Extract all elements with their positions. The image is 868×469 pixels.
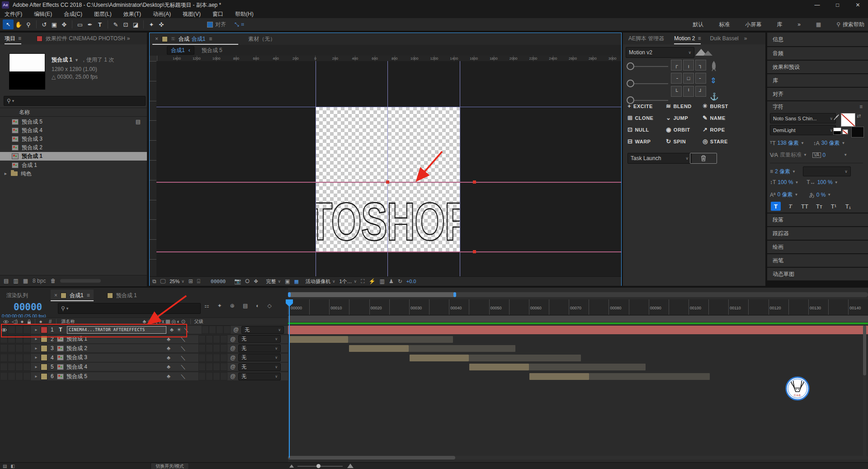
- menu-effect[interactable]: 效果(T): [123, 10, 141, 18]
- workspace-standard[interactable]: 标准: [719, 21, 730, 28]
- source-name-column-header[interactable]: 源名称: [61, 318, 75, 325]
- graph-editor-icon[interactable]: ◇: [267, 303, 271, 308]
- parent-dropdown[interactable]: 无∨: [241, 326, 284, 334]
- layer-switch-cell[interactable]: [206, 344, 213, 352]
- shape-tool-icon[interactable]: ▭: [75, 20, 85, 29]
- layer-video-cell[interactable]: [0, 326, 8, 334]
- audio-column-icon[interactable]: ◁): [12, 319, 18, 324]
- layer-switch-cell[interactable]: [206, 354, 213, 362]
- project-row-solids-folder[interactable]: ► 纯色: [0, 170, 147, 178]
- timeline-hscrollbar[interactable]: [288, 456, 868, 460]
- preview-time-field[interactable]: 00000: [211, 279, 226, 284]
- layer5-tail-bar[interactable]: [529, 364, 646, 370]
- layer-name[interactable]: 预合成 1: [66, 335, 163, 343]
- parent-pickwhip-icon[interactable]: @: [230, 355, 236, 360]
- superscript-button[interactable]: T¹: [829, 202, 839, 211]
- guide-vertical-center[interactable]: [387, 61, 388, 276]
- show-snapshot-icon[interactable]: ⭘: [245, 279, 250, 284]
- current-time-display[interactable]: 00000: [14, 302, 42, 313]
- type-tool-icon[interactable]: T: [95, 20, 105, 29]
- layer-switch-cell[interactable]: [213, 354, 220, 362]
- maximize-button[interactable]: □: [827, 0, 848, 10]
- spin-button[interactable]: ↻SPIN: [666, 138, 686, 145]
- layer-quality-switch[interactable]: ♣: [168, 327, 175, 332]
- reset-exposure-icon[interactable]: ↻: [398, 279, 402, 284]
- roi-icon[interactable]: ▣: [285, 279, 290, 284]
- layer-switch-cell[interactable]: [220, 363, 227, 371]
- all-caps-button[interactable]: TT: [800, 202, 810, 211]
- stroke-style-dropdown[interactable]: ∨: [803, 166, 851, 176]
- tab-timeline-comp1[interactable]: × 合成1 ≡: [51, 289, 94, 301]
- layer-motion-blur-switch[interactable]: ＼: [179, 336, 187, 342]
- ruler-corner-box[interactable]: [150, 56, 156, 61]
- viewer-canvas[interactable]: TOSHOP IL: [156, 61, 621, 276]
- layer-audio-cell[interactable]: [8, 354, 15, 362]
- timeline-layer-row-6[interactable]: ►6预合成 5♣＼@无∨: [0, 372, 288, 381]
- panel-paint[interactable]: 绘画: [767, 241, 868, 253]
- hide-shy-layers-icon[interactable]: ⊕: [230, 303, 235, 308]
- menu-view[interactable]: 视图(V): [183, 10, 201, 18]
- timeline-layer-row-2[interactable]: ►2预合成 1♣＼@无∨: [0, 335, 288, 344]
- layer-audio-cell[interactable]: [8, 363, 15, 371]
- layer-expander-icon[interactable]: ►: [34, 355, 38, 360]
- rocket-icon[interactable]: [709, 61, 719, 72]
- workspace-libraries[interactable]: 库: [777, 21, 782, 28]
- motion-preset-dropdown[interactable]: Motion v2∨: [626, 47, 694, 58]
- layer-switch-cell[interactable]: [198, 372, 206, 380]
- timeline-layer-row-5[interactable]: ►5预合成 4♣＼@无∨: [0, 363, 288, 371]
- timeline-layer-row-3[interactable]: ►3预合成 2♣＼@无∨: [0, 344, 288, 353]
- layer-switch-cell[interactable]: [213, 344, 220, 352]
- clone-button[interactable]: ⊞CLONE: [627, 114, 653, 121]
- layer-label-swatch[interactable]: [41, 364, 47, 370]
- parent-pickwhip-icon[interactable]: @: [230, 336, 236, 342]
- view-layout-dropdown[interactable]: 1个…∨: [339, 278, 357, 285]
- layer-video-cell[interactable]: [0, 335, 8, 343]
- layer-name[interactable]: 预合成 4: [66, 363, 163, 371]
- number-column-header[interactable]: #: [49, 319, 52, 324]
- bit-depth-label[interactable]: 8 bpc: [33, 278, 46, 284]
- layer-solo-cell[interactable]: [15, 354, 23, 362]
- layer-switch-cell[interactable]: [198, 363, 206, 371]
- layer-lock-cell[interactable]: [23, 363, 31, 371]
- minimize-button[interactable]: —: [807, 0, 827, 10]
- menu-animation[interactable]: 动画(A): [153, 10, 171, 18]
- current-time-indicator-line[interactable]: [289, 299, 290, 458]
- layer-quality-switch[interactable]: ♣: [165, 374, 172, 379]
- burst-button[interactable]: ✳BURST: [703, 103, 728, 109]
- small-caps-button[interactable]: Tт: [814, 202, 824, 211]
- layer-label-swatch[interactable]: [41, 373, 47, 380]
- snap-option2-icon[interactable]: ⌗: [241, 21, 245, 28]
- layer-expander-icon[interactable]: ►: [34, 337, 38, 341]
- parent-pickwhip-icon[interactable]: @: [230, 374, 236, 379]
- lock-column-icon[interactable]: [27, 319, 31, 324]
- trash-icon[interactable]: 🗑: [50, 278, 56, 284]
- tab-effect-controls[interactable]: 效果控件 CINEMA4D PHOTOSH: [46, 35, 125, 43]
- font-style-dropdown[interactable]: DemiLight∨: [770, 125, 836, 135]
- guide-vertical-left[interactable]: [316, 61, 316, 276]
- layer-motion-blur-switch[interactable]: ＼: [179, 374, 187, 379]
- layer3-duration-bar[interactable]: [349, 345, 409, 352]
- task-launch-dropdown[interactable]: Task Launch∨: [627, 153, 692, 164]
- project-row-precomp1-selected[interactable]: 预合成 1: [0, 152, 147, 161]
- menu-file[interactable]: 文件(F): [5, 10, 22, 18]
- layer-handle[interactable]: [473, 250, 476, 253]
- composition-mini-flowchart-icon[interactable]: ⚏: [204, 303, 209, 308]
- stare-button[interactable]: ◎STARE: [703, 138, 728, 145]
- hand-tool-icon[interactable]: ✋: [14, 20, 24, 29]
- layer-switch-cell[interactable]: [223, 326, 231, 334]
- name-button[interactable]: ✎NAME: [703, 114, 726, 121]
- monitor-icon[interactable]: 🖵: [160, 279, 166, 284]
- workspace-overflow-chevrons[interactable]: »: [797, 21, 801, 28]
- time-ruler[interactable]: 0000000010000200003000040000500006000070…: [288, 299, 868, 315]
- layer-quality-switch[interactable]: ♣: [165, 336, 172, 342]
- timeline-layer-row-1[interactable]: ►1TCINEMA4...TRATOR AFTEREFFECTS♣☀＼@无∨: [0, 326, 288, 334]
- motion-blur-icon[interactable]: ◐: [256, 303, 259, 308]
- layer-video-cell[interactable]: [0, 344, 8, 352]
- mask-visibility-icon[interactable]: ⌻: [197, 279, 200, 284]
- layer-switch-cell[interactable]: [213, 335, 220, 343]
- layer6-tail-bar[interactable]: [589, 373, 710, 380]
- timeline-search-input[interactable]: ⚲ ▾: [58, 303, 201, 314]
- timeline-vscrollbar[interactable]: [863, 326, 866, 457]
- transparency-grid-icon[interactable]: ▦: [294, 279, 298, 284]
- menu-layer[interactable]: 图层(L): [94, 10, 112, 18]
